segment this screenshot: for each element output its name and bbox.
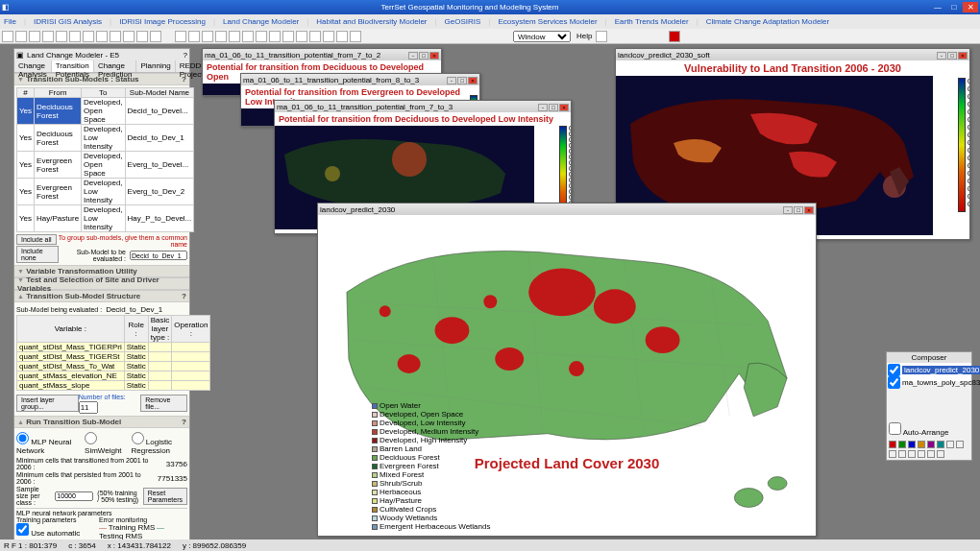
numfiles-input[interactable] [79, 401, 98, 414]
maximize-button[interactable]: □ [946, 2, 962, 12]
table-row[interactable]: YesDeciduous ForestDeveloped, Open Space… [17, 98, 194, 125]
win-close-icon[interactable]: × [804, 206, 814, 214]
menu-ecosystem[interactable]: Ecosystem Services Modeler [498, 17, 597, 26]
composer-panel[interactable]: Composer landcov_predict_2030 ma_towns_p… [886, 351, 972, 461]
insert-layer-button[interactable]: Insert layer group... [16, 395, 79, 412]
tab-change-prediction[interactable]: Change Prediction [94, 60, 137, 72]
list-item[interactable]: landcov_predict_2030 [888, 364, 970, 376]
tool-icon[interactable] [889, 450, 896, 458]
menu-gis[interactable]: IDRISI GIS Analysis [34, 17, 102, 26]
table-row[interactable]: YesEvergreen ForestDeveloped, Open Space… [17, 152, 194, 179]
win-min-icon[interactable]: - [783, 206, 793, 214]
tool-icon[interactable] [927, 450, 935, 458]
color-icon[interactable] [937, 441, 944, 448]
tool-icon[interactable] [908, 450, 916, 458]
radio-mlp[interactable]: MLP Neural Network [16, 432, 75, 455]
tool-icon[interactable] [123, 31, 135, 42]
tool-icon[interactable] [56, 31, 67, 42]
tool-icon[interactable] [69, 31, 81, 42]
reset-params-button[interactable]: Reset Parameters [143, 488, 187, 505]
help-icon[interactable]: ? [182, 292, 186, 300]
win-min-icon[interactable]: - [447, 77, 456, 84]
tool-icon[interactable] [296, 31, 307, 42]
tool-icon[interactable] [256, 31, 267, 42]
help-icon[interactable]: ? [182, 418, 186, 426]
win-max-icon[interactable]: □ [549, 104, 558, 111]
menu-earthtrends[interactable]: Earth Trends Modeler [615, 17, 689, 26]
menu-imgproc[interactable]: IDRISI Image Processing [119, 17, 206, 26]
win-close-icon[interactable]: × [559, 104, 569, 111]
menu-help[interactable]: Help [576, 32, 592, 40]
menu-habitat[interactable]: Habitat and Biodiversity Modeler [316, 17, 427, 26]
minimize-button[interactable]: — [930, 2, 945, 12]
radio-simweight[interactable]: SimWeight [85, 432, 122, 455]
table-row[interactable]: quant_stDist_Mass_TIGERPriStatic [17, 343, 210, 352]
tool-icon[interactable] [956, 441, 964, 448]
tool-icon[interactable] [136, 31, 148, 42]
win-max-icon[interactable]: □ [457, 77, 467, 84]
color-icon[interactable] [898, 441, 906, 448]
tool-icon[interactable] [937, 450, 944, 458]
tool-icon[interactable] [42, 31, 54, 42]
section-submodels-header[interactable]: ▼ Transition Sub-Models : Status ? [14, 73, 189, 85]
tool-icon[interactable] [946, 441, 954, 448]
tool-icon[interactable] [83, 31, 94, 42]
tool-icon[interactable] [150, 31, 161, 42]
win-max-icon[interactable]: □ [947, 52, 957, 60]
win-close-icon[interactable]: × [958, 52, 968, 60]
help-icon[interactable] [596, 31, 607, 42]
tab-change-analysis[interactable]: Change Analysis [14, 60, 52, 72]
tool-icon[interactable] [309, 31, 321, 42]
tool-icon[interactable] [350, 31, 361, 42]
panel-help-icon[interactable]: ? [184, 51, 187, 60]
tool-icon[interactable] [15, 31, 27, 42]
tool-icon[interactable] [323, 31, 334, 42]
menu-lcm[interactable]: Land Change Modeler [223, 17, 299, 26]
table-row[interactable]: YesDeciduous ForestDeveloped, Low Intens… [17, 125, 194, 152]
section-tsd-header[interactable]: ▼ Test and Selection of Site and Driver … [14, 277, 189, 290]
tool-icon[interactable] [336, 31, 348, 42]
win-close-icon[interactable]: × [468, 77, 478, 84]
table-row[interactable]: quant_stMass_slopeStatic [17, 381, 210, 391]
include-none-button[interactable]: Include none [16, 246, 59, 263]
tool-icon[interactable] [269, 31, 281, 42]
win-min-icon[interactable]: - [937, 52, 946, 60]
tool-icon[interactable] [188, 31, 200, 42]
menu-geosiris[interactable]: GeOSIRIS [445, 17, 481, 26]
window-select[interactable]: Window [513, 31, 571, 42]
color-icon[interactable] [908, 441, 916, 448]
help-icon[interactable]: ? [182, 75, 186, 84]
win-close-icon[interactable]: × [429, 52, 439, 60]
tool-icon[interactable] [898, 450, 906, 458]
color-icon[interactable] [918, 441, 925, 448]
sample-size-input[interactable] [55, 491, 93, 501]
tool-icon[interactable] [29, 31, 40, 42]
table-row[interactable]: YesHay/PastureDeveloped, Low IntensityHa… [17, 205, 194, 232]
tool-icon[interactable] [242, 31, 254, 42]
auto-arrange-check[interactable]: Auto-Arrange [889, 428, 948, 437]
win-max-icon[interactable]: □ [419, 52, 429, 60]
tool-icon[interactable] [282, 31, 294, 42]
tab-planning[interactable]: Planning [136, 60, 175, 72]
section-run-header[interactable]: ▲ Run Transition Sub-Model ? [14, 416, 189, 428]
table-row[interactable]: quant_stDist_Mass_To_WatStatic [17, 362, 210, 371]
table-row[interactable]: YesEvergreen ForestDeveloped, Low Intens… [17, 179, 194, 205]
eval-submodel-input[interactable] [130, 251, 187, 260]
close-button[interactable]: ✕ [963, 2, 978, 12]
tool-icon[interactable] [96, 31, 108, 42]
color-icon[interactable] [927, 441, 935, 448]
tool-icon[interactable] [175, 31, 186, 42]
win-max-icon[interactable]: □ [794, 206, 803, 214]
radio-logistic[interactable]: Logistic Regression [132, 432, 187, 455]
tool-icon[interactable] [918, 450, 925, 458]
menu-climate[interactable]: Climate Change Adaptation Modeler [706, 17, 830, 26]
tool-icon[interactable] [669, 31, 680, 42]
include-all-button[interactable]: Include all [16, 234, 57, 245]
tool-icon[interactable] [215, 31, 227, 42]
win-min-icon[interactable]: - [408, 52, 418, 60]
tool-icon[interactable] [2, 31, 13, 42]
tool-icon[interactable] [110, 31, 121, 42]
menu-file[interactable]: File [4, 17, 16, 26]
tool-icon[interactable] [202, 31, 213, 42]
table-row[interactable]: quant_stMass_elevation_NEStatic [17, 371, 210, 381]
